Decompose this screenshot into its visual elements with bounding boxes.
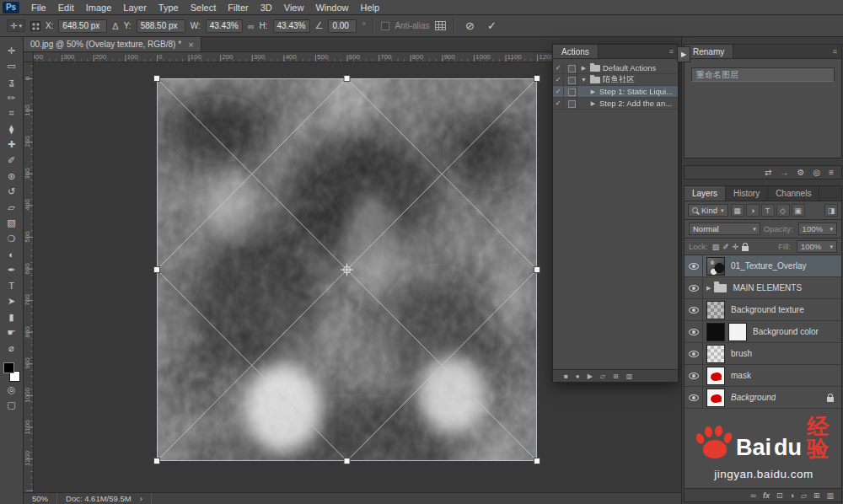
vertical-ruler[interactable]: 1000100200300400500600700800900100011001… (24, 62, 34, 492)
target-icon[interactable]: ◎ (813, 169, 820, 177)
zoom-level-field[interactable]: 50% (24, 493, 57, 504)
pen-tool-icon[interactable]: ✒ (2, 262, 22, 278)
expander-icon[interactable]: ▶ (589, 100, 597, 107)
lock-all-icon[interactable] (742, 246, 749, 251)
visibility-toggle[interactable] (685, 277, 703, 298)
menu-item-edit[interactable]: Edit (52, 2, 80, 13)
layer-row[interactable]: 01_Texture_Overlay (685, 255, 841, 277)
expander-icon[interactable]: ▶ (589, 88, 597, 95)
warp-mode-icon[interactable] (435, 21, 446, 30)
relative-position-button[interactable]: Δ (112, 21, 118, 31)
layer-row[interactable]: brush (685, 343, 841, 365)
blur-tool-icon[interactable]: ❍ (2, 231, 22, 247)
layer-row[interactable]: Background (685, 387, 841, 409)
adjustment-filter-icon[interactable]: ◑ (746, 204, 760, 217)
new-group-icon[interactable]: ▱ (801, 491, 807, 500)
gradient-tool-icon[interactable]: ▧ (2, 216, 22, 232)
layer-row[interactable]: mask (685, 365, 841, 387)
filter-toggle-icon[interactable]: ◨ (824, 204, 838, 217)
screen-mode-button[interactable]: ▢ (2, 397, 22, 413)
lock-transparency-icon[interactable]: ▨ (712, 243, 720, 251)
menu-item-window[interactable]: Window (309, 2, 354, 13)
record-icon[interactable]: ● (576, 373, 580, 380)
eraser-tool-icon[interactable]: ▱ (2, 200, 22, 216)
visibility-toggle[interactable] (685, 343, 703, 364)
reference-point-locator[interactable] (30, 21, 40, 31)
visibility-toggle[interactable] (685, 321, 703, 342)
zoom-tool-icon[interactable]: ⌀ (2, 340, 22, 357)
panel-menu-icon[interactable]: ≡ (833, 47, 837, 56)
layer-thumbnail[interactable] (706, 389, 725, 407)
layer-row[interactable]: Background color (685, 321, 841, 343)
layer-mask-icon[interactable]: ⊡ (776, 491, 783, 500)
action-check-icon[interactable]: ✓ (553, 98, 564, 109)
tab-renamy[interactable]: Renamy (685, 45, 733, 58)
delete-action-icon[interactable]: ▥ (626, 373, 633, 380)
rename-input[interactable]: 重命名图层 (691, 67, 835, 82)
action-check-icon[interactable]: ✓ (553, 86, 564, 97)
x-input[interactable]: 648.50 px (58, 19, 107, 33)
link-layers-icon[interactable]: ∞ (751, 491, 756, 500)
tab-actions[interactable]: Actions (553, 45, 599, 58)
tab-channels[interactable]: Channels (768, 186, 819, 201)
commit-transform-button[interactable]: ✓ (484, 19, 501, 32)
angle-input[interactable]: 0.00 (328, 19, 357, 33)
layer-thumbnail[interactable] (706, 301, 725, 319)
tab-layers[interactable]: Layers (685, 186, 726, 201)
height-input[interactable]: 43.43% (273, 19, 310, 33)
layer-thumbnail[interactable] (706, 367, 725, 385)
delete-layer-icon[interactable]: ▥ (826, 491, 834, 500)
action-dialog-toggle[interactable] (566, 98, 577, 109)
menu-item-layer[interactable]: Layer (117, 2, 153, 13)
visibility-toggle[interactable] (685, 299, 703, 320)
path-selection-tool-icon[interactable]: ➤ (2, 294, 22, 310)
visibility-toggle[interactable] (685, 387, 703, 408)
menu-item-3d[interactable]: 3D (255, 2, 278, 13)
brush-tool-icon[interactable]: ✐ (2, 153, 22, 169)
width-input[interactable]: 43.43% (206, 19, 243, 33)
visibility-toggle[interactable] (685, 365, 703, 386)
healing-brush-tool-icon[interactable]: ✚ (2, 137, 22, 153)
move-tool-icon[interactable]: ✛ (2, 43, 22, 59)
tab-history[interactable]: History (726, 186, 768, 201)
dock-expand-button[interactable]: ▶ (677, 46, 690, 62)
new-action-icon[interactable]: ⊞ (613, 373, 619, 380)
opacity-dropdown[interactable]: 100% ▾ (798, 223, 837, 235)
marquee-tool-icon[interactable]: ▭ (2, 59, 22, 75)
link-dimensions-icon[interactable]: ∞ (248, 21, 255, 31)
eyedropper-tool-icon[interactable]: ⧫ (2, 121, 22, 137)
layer-thumbnail[interactable] (706, 323, 725, 341)
menu-item-filter[interactable]: Filter (222, 2, 254, 13)
play-icon[interactable]: ▶ (588, 373, 593, 380)
dodge-tool-icon[interactable]: ◐ (2, 247, 22, 263)
layer-style-icon[interactable]: fx (763, 491, 770, 500)
visibility-toggle[interactable] (685, 255, 703, 276)
quick-selection-tool-icon[interactable]: ✏ (2, 90, 22, 106)
transform-target-image[interactable] (157, 78, 537, 461)
expander-icon[interactable]: ▼ (580, 77, 588, 83)
blend-mode-dropdown[interactable]: Normal ▾ (689, 223, 760, 235)
gear-icon[interactable]: ⚙ (797, 169, 804, 177)
layer-row[interactable]: ▶MAIN ELEMENTS (685, 277, 841, 299)
adjustment-layer-icon[interactable]: ◑ (790, 491, 794, 500)
cancel-transform-button[interactable]: ⊘ (462, 19, 479, 32)
shape-tool-icon[interactable]: ▮ (2, 309, 22, 325)
action-row[interactable]: ✓▶Step 2: Add the an... (553, 98, 678, 110)
close-icon[interactable]: × (188, 40, 193, 50)
color-swatches[interactable] (3, 362, 21, 382)
action-check-icon[interactable]: ✓ (553, 74, 564, 85)
swap-arrows-icon[interactable]: ⇄ (765, 169, 771, 177)
expander-icon[interactable]: ▶ (706, 285, 711, 292)
expander-icon[interactable]: ▶ (580, 65, 588, 72)
antialias-checkbox[interactable] (381, 22, 389, 30)
forward-arrow-icon[interactable]: → (780, 169, 788, 177)
action-row[interactable]: ✓▶Step 1: Static Liqui... (553, 86, 678, 98)
kind-dropdown[interactable]: Kind ▾ (688, 204, 728, 217)
pixel-filter-icon[interactable]: ▦ (731, 204, 744, 217)
layer-thumbnail[interactable] (706, 345, 725, 363)
stop-icon[interactable]: ■ (564, 373, 568, 380)
action-check-icon[interactable]: ✓ (553, 62, 564, 73)
new-set-icon[interactable]: ▱ (600, 373, 605, 380)
action-dialog-toggle[interactable] (566, 62, 577, 73)
fill-dropdown[interactable]: 100% ▾ (797, 240, 837, 253)
